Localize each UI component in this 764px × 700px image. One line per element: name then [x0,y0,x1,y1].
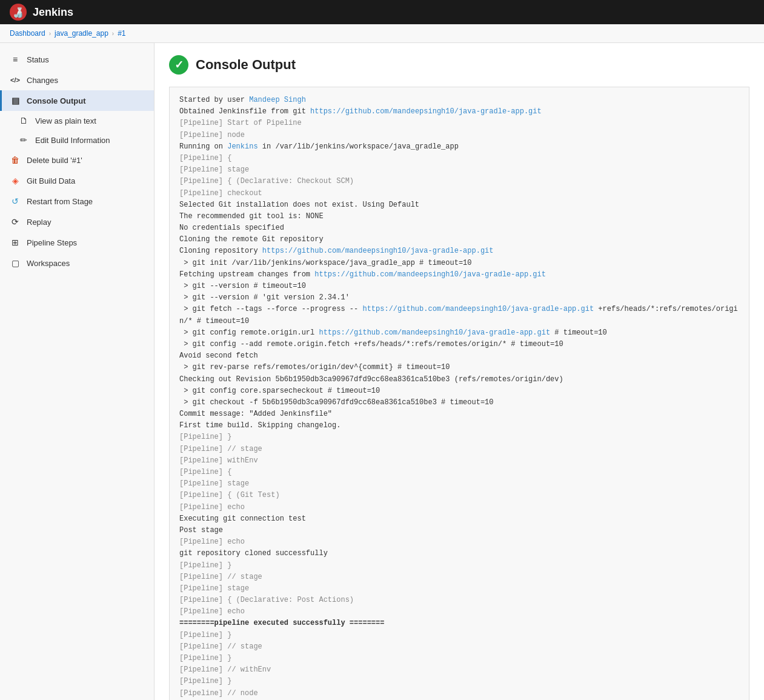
pipeline-block-2: [Pipeline] } [Pipeline] // stage [Pipeli… [179,433,280,511]
sidebar-item-status[interactable]: ≡ Status [0,49,154,70]
clone-url-1[interactable]: https://github.com/mandeepsingh10/java-g… [262,247,494,255]
sidebar-item-replay[interactable]: ⟳ Replay [0,212,154,232]
page-title: Console Output [196,57,296,73]
logo-icon: 🍶 [12,7,24,18]
running-on-pre: Running on [179,142,227,151]
page-header: ✓ Console Output [169,55,749,75]
pipeline-block-4: [Pipeline] } [Pipeline] // stage [Pipeli… [179,631,293,700]
started-by-text: Started by user [179,96,249,104]
breadcrumb-dashboard[interactable]: Dashboard [10,29,45,38]
breadcrumb-sep-2: › [112,30,114,37]
sidebar-label-workspaces: Workspaces [27,259,70,268]
changes-icon: </> [10,75,21,85]
pipeline-start: [Pipeline] Start of Pipeline [Pipeline] … [179,119,302,139]
main-content: ✓ Console Output Started by user Mandeep… [154,43,764,700]
restart-icon: ↺ [10,196,21,207]
main-layout: ≡ Status </> Changes ▤ Console Output 🗋 … [0,43,764,700]
obtained-text: Obtained Jenkinsfile from git [179,107,310,116]
sidebar-label-status: Status [27,55,49,64]
sidebar-item-restart-from-stage[interactable]: ↺ Restart from Stage [0,191,154,212]
jenkinsfile-url[interactable]: https://github.com/mandeepsingh10/java-g… [310,107,542,116]
sidebar-item-changes[interactable]: </> Changes [0,70,154,90]
sidebar-label-delete-build: Delete build '#1' [27,156,82,165]
sidebar-item-pipeline-steps[interactable]: ⊞ Pipeline Steps [0,232,154,253]
user-link[interactable]: Mandeep Singh [249,96,306,104]
config-url[interactable]: https://github.com/mandeepsingh10/java-g… [319,328,550,337]
replay-icon: ⟳ [10,216,21,227]
workspaces-icon: ▢ [10,258,21,268]
pipeline-block-3: [Pipeline] } [Pipeline] // stage [Pipeli… [179,561,354,616]
delete-icon: 🗑 [10,155,21,165]
sidebar-item-git-build-data[interactable]: ◈ Git Build Data [0,170,154,191]
breadcrumb: Dashboard › java_gradle_app › #1 [0,24,764,43]
plain-text-icon: 🗋 [18,115,29,126]
status-icon: ≡ [10,54,21,65]
console-icon: ▤ [10,95,21,106]
breadcrumb-sep-1: › [49,30,51,37]
breadcrumb-project[interactable]: java_gradle_app [55,29,108,38]
sidebar-label-replay: Replay [27,218,51,227]
pipeline-icon: ⊞ [10,237,21,248]
sidebar-label-console-output: Console Output [27,96,86,105]
sidebar-label-changes: Changes [27,76,58,85]
fetch-url[interactable]: https://github.com/mandeepsingh10/java-g… [314,270,546,279]
sidebar-label-view-plain-text: View as plain text [35,116,96,125]
sidebar: ≡ Status </> Changes ▤ Console Output 🗋 … [0,43,154,700]
edit-icon: ✏ [18,135,29,145]
sidebar-item-workspaces[interactable]: ▢ Workspaces [0,253,154,273]
sidebar-item-delete-build[interactable]: 🗑 Delete build '#1' [0,150,154,170]
pipeline-success-msg: ========pipeline executed successfully =… [179,619,384,627]
fetch-url-2[interactable]: https://github.com/mandeepsingh10/java-g… [362,305,594,313]
sidebar-item-edit-build-info[interactable]: ✏ Edit Build Information [0,130,154,150]
running-on-post: in /var/lib/jenkins/workspace/java_gradl… [258,142,459,151]
git-icon: ◈ [10,175,21,186]
console-output-area: Started by user Mandeep Singh Obtained J… [169,87,749,700]
jenkins-link[interactable]: Jenkins [227,142,257,151]
sidebar-item-console-output[interactable]: ▤ Console Output [0,90,154,111]
pipeline-block-1: [Pipeline] { [Pipeline] stage [Pipeline]… [179,154,354,198]
sidebar-label-pipeline-steps: Pipeline Steps [27,238,77,247]
sidebar-item-view-plain-text[interactable]: 🗋 View as plain text [0,111,154,130]
app-header: 🍶 Jenkins [0,0,764,24]
sidebar-label-edit-build-info: Edit Build Information [35,136,110,145]
sidebar-label-restart-from-stage: Restart from Stage [27,197,93,206]
jenkins-logo: 🍶 [10,4,27,21]
app-title: Jenkins [33,6,73,19]
breadcrumb-build[interactable]: #1 [118,29,125,38]
success-icon: ✓ [169,55,188,75]
sidebar-label-git-build-data: Git Build Data [27,176,75,185]
pipeline-echo: [Pipeline] echo [179,538,245,546]
